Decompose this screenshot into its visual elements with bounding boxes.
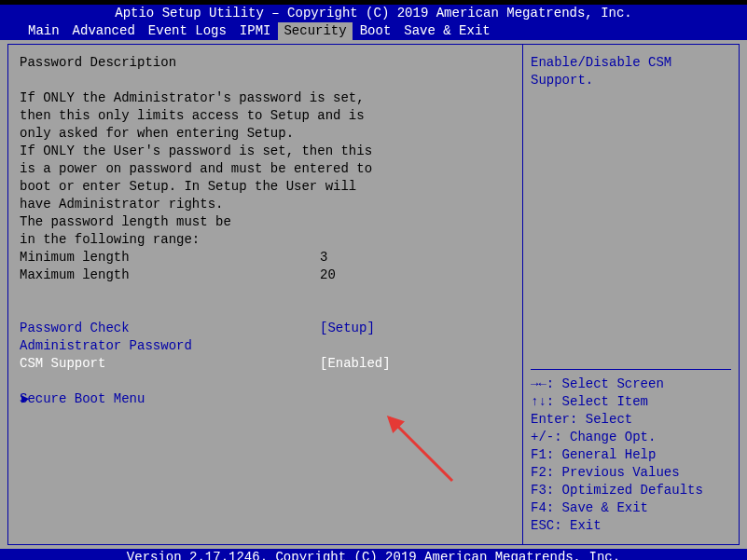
- password-check-item[interactable]: Password Check: [20, 320, 320, 337]
- footer-bar: Version 2.17.1246. Copyright (C) 2019 Am…: [0, 549, 747, 560]
- menu-event-logs[interactable]: Event Logs: [143, 22, 232, 40]
- footer-text: Version 2.17.1246. Copyright (C) 2019 Am…: [127, 550, 620, 560]
- main-panel: Password Description If ONLY the Adminis…: [8, 45, 522, 544]
- csm-support-item[interactable]: CSM Support: [20, 355, 320, 373]
- desc-line: If ONLY the Administrator's password is …: [20, 89, 511, 107]
- desc-line: only asked for when entering Setup.: [20, 125, 511, 143]
- key-hint: F1: General Help: [531, 446, 731, 464]
- menu-ipmi[interactable]: IPMI: [234, 22, 277, 40]
- key-hint: ↑↓: Select Item: [531, 393, 731, 411]
- menu-main[interactable]: Main: [22, 22, 65, 40]
- max-length-label: Maximum length: [20, 266, 320, 284]
- key-hint: F2: Previous Values: [531, 464, 731, 482]
- desc-line: is a power on password and must be enter…: [20, 160, 511, 178]
- key-hint: F4: Save & Exit: [531, 499, 731, 517]
- administrator-password-item[interactable]: Administrator Password: [20, 338, 192, 353]
- separator: [531, 369, 731, 370]
- password-check-value[interactable]: [Setup]: [320, 320, 375, 337]
- password-description-heading: Password Description: [20, 54, 511, 72]
- csm-support-value[interactable]: [Enabled]: [320, 355, 391, 373]
- min-length-label: Minimum length: [20, 249, 320, 266]
- key-legend: →←: Select Screen ↑↓: Select Item Enter:…: [531, 376, 731, 535]
- desc-line: boot or enter Setup. In Setup the User w…: [20, 178, 511, 196]
- help-panel: Enable/Disable CSM Support. →←: Select S…: [522, 45, 739, 544]
- key-hint: ESC: Exit: [531, 517, 731, 535]
- key-hint: Enter: Select: [531, 411, 731, 429]
- max-length-value: 20: [320, 266, 336, 284]
- annotation-arrow-icon: [380, 408, 463, 492]
- submenu-caret-icon: ▶: [21, 390, 29, 408]
- title-bar: Aptio Setup Utility – Copyright (C) 2019…: [0, 5, 747, 22]
- menu-security[interactable]: Security: [278, 22, 352, 40]
- svg-line-0: [389, 417, 452, 481]
- item-help-text: Enable/Disable CSM Support.: [531, 54, 731, 89]
- app-title: Aptio Setup Utility – Copyright (C) 2019…: [115, 6, 632, 20]
- key-hint: F3: Optimized Defaults: [531, 482, 731, 499]
- desc-line: then this only limits access to Setup an…: [20, 107, 511, 125]
- menu-bar: Main Advanced Event Logs IPMI Security B…: [0, 22, 747, 40]
- desc-line: in the following range:: [20, 231, 511, 249]
- desc-line: The password length must be: [20, 213, 511, 231]
- key-hint: →←: Select Screen: [531, 376, 731, 393]
- secure-boot-menu-item[interactable]: Secure Boot Menu: [20, 391, 145, 406]
- content-frame: Password Description If ONLY the Adminis…: [7, 44, 740, 545]
- desc-line: If ONLY the User's password is set, then…: [20, 143, 511, 160]
- menu-boot[interactable]: Boot: [354, 22, 397, 40]
- menu-save-exit[interactable]: Save & Exit: [398, 22, 495, 40]
- bios-screen: Aptio Setup Utility – Copyright (C) 2019…: [0, 5, 747, 555]
- desc-line: have Administrator rights.: [20, 196, 511, 213]
- min-length-value: 3: [320, 249, 327, 266]
- menu-advanced[interactable]: Advanced: [67, 22, 141, 40]
- key-hint: +/-: Change Opt.: [531, 429, 731, 446]
